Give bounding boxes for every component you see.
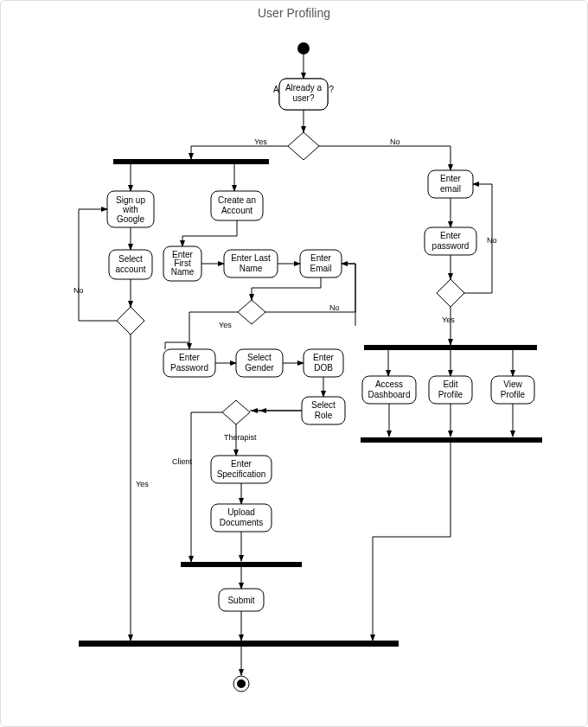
t: Enter — [231, 459, 252, 469]
diagram-canvas: Already a user? Yes No Sign up with Goog… — [1, 1, 588, 727]
node-enter-password-right: Enter password — [425, 227, 476, 255]
label-yes-4: Yes — [442, 316, 455, 324]
t: Profile — [501, 390, 526, 399]
label-yes-1: Yes — [254, 137, 267, 146]
node-edit-profile: Edit Profile — [429, 376, 472, 404]
node-submit: Submit — [219, 589, 264, 611]
node-enter-last-name: Enter Last Name — [224, 250, 278, 277]
node-enter-email-left: Enter Email — [300, 250, 342, 277]
t: account — [115, 265, 145, 274]
t: Email — [310, 264, 331, 273]
t: Create an — [218, 195, 256, 205]
decision-login — [437, 279, 464, 307]
t: Name — [240, 264, 263, 273]
t: Select — [247, 353, 272, 362]
start-node — [297, 42, 310, 54]
t: Enter — [313, 353, 335, 362]
t: View — [503, 379, 522, 389]
label-no-2: No — [329, 303, 340, 312]
svg-text:user?: user? — [292, 93, 314, 103]
t: DOB — [314, 363, 333, 373]
t: Name — [171, 267, 195, 277]
t: Gender — [245, 363, 274, 373]
node-select-account: Select account — [109, 250, 152, 279]
label-client: Client — [172, 457, 193, 466]
node-already-user-2: Already a user? — [279, 79, 328, 110]
node-select-gender: Select Gender — [236, 349, 283, 377]
fork-bar-right — [364, 345, 537, 350]
t: email — [440, 184, 461, 194]
decision-select-account — [117, 307, 144, 335]
end-node-inner — [237, 679, 246, 688]
label-no-1: No — [390, 137, 400, 146]
node-create-account: Create an Account — [211, 191, 263, 220]
t: Enter — [440, 174, 462, 183]
node-enter-dob: Enter DOB — [304, 349, 343, 377]
t: Upload — [227, 507, 255, 517]
node-upload-documents: Upload Documents — [211, 504, 272, 532]
t: Enter — [440, 231, 462, 240]
svg-text:Already a: Already a — [285, 83, 323, 92]
t: Select — [311, 400, 336, 410]
final-join-bar — [79, 641, 399, 647]
node-enter-email-right: Enter email — [428, 170, 473, 198]
label-yes-2: Yes — [219, 321, 232, 329]
t: Profile — [438, 390, 463, 399]
t: Google — [117, 214, 145, 224]
t: Documents — [220, 518, 264, 527]
join-bar-right — [361, 437, 542, 443]
t: Submit — [227, 596, 254, 605]
node-enter-specification: Enter Specification — [211, 456, 272, 483]
t: Enter — [179, 353, 201, 362]
t: Role — [315, 411, 333, 420]
join-bar-role — [181, 562, 302, 567]
node-view-profile: View Profile — [491, 376, 534, 404]
t: Enter — [310, 253, 332, 263]
node-access-dashboard: Access Dashboard — [362, 376, 416, 404]
decision-already-user — [288, 132, 319, 160]
node-enter-password-left: Enter Password — [163, 349, 215, 377]
t: Access — [375, 379, 403, 389]
fork-bar-left — [113, 159, 269, 164]
t: Edit — [443, 379, 457, 389]
t: with — [122, 205, 138, 214]
t: Sign up — [116, 195, 145, 205]
label-therapist: Therapist — [224, 433, 257, 442]
t: Enter Last — [231, 253, 271, 263]
node-select-role: Select Role — [302, 397, 345, 424]
t: Account — [221, 206, 252, 215]
decision-email-valid — [238, 300, 265, 324]
node-signup-google: Sign up with Google — [107, 191, 154, 227]
t: Dashboard — [368, 390, 411, 399]
label-yes-3: Yes — [136, 480, 149, 488]
decision-role — [222, 400, 250, 424]
t: Password — [170, 363, 208, 373]
t: password — [432, 241, 470, 251]
t: Specification — [217, 469, 266, 479]
t: Select — [118, 254, 143, 264]
node-enter-first-name: Enter First Name — [163, 246, 201, 281]
